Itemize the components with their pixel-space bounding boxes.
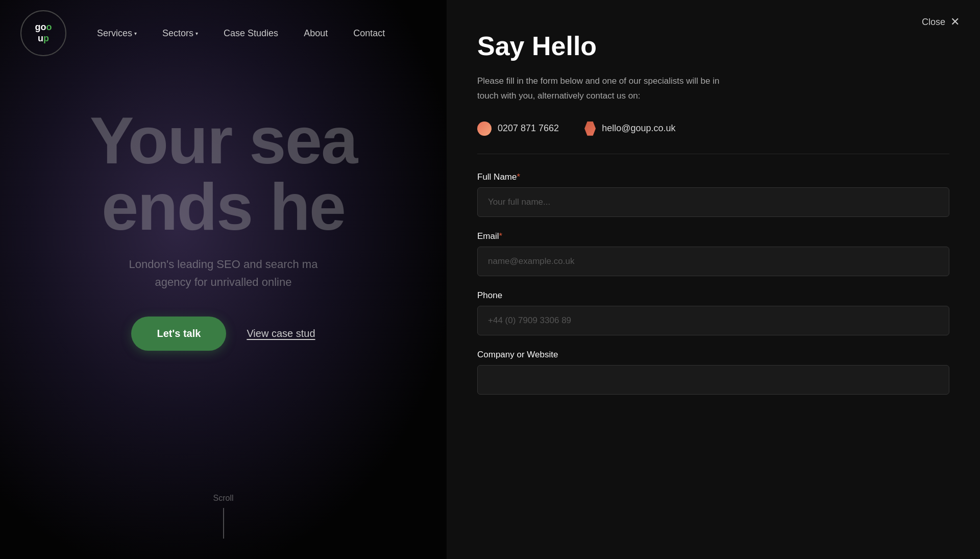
phone-item: 0207 871 7662	[477, 121, 559, 136]
close-label: Close	[922, 17, 945, 28]
phone-label: Phone	[477, 290, 949, 301]
scroll-line	[223, 508, 224, 539]
left-panel: goo up Services ▾ Sectors ▾ Case Studies…	[0, 0, 447, 559]
email-label: Email*	[477, 231, 949, 241]
hero-title-line1: Your sea	[20, 107, 426, 174]
nav-contact[interactable]: Contact	[353, 28, 385, 39]
contact-panel: Close ✕ Say Hello Please fill in the for…	[447, 0, 980, 559]
scroll-label: Scroll	[213, 494, 233, 503]
nav-links: Services ▾ Sectors ▾ Case Studies About …	[97, 28, 385, 39]
contact-info: 0207 871 7662 hello@goup.co.uk	[477, 121, 949, 136]
lets-talk-button[interactable]: Let's talk	[131, 317, 226, 351]
email-input[interactable]	[477, 247, 949, 276]
logo-line2: up	[38, 33, 49, 43]
fullname-group: Full Name*	[477, 172, 949, 217]
email-group: Email*	[477, 231, 949, 276]
email-item: hello@goup.co.uk	[584, 121, 675, 136]
logo[interactable]: goo up	[20, 10, 66, 56]
phone-number[interactable]: 0207 871 7662	[498, 123, 559, 134]
nav-services[interactable]: Services ▾	[97, 28, 137, 39]
fullname-required: *	[517, 172, 520, 182]
email-required: *	[499, 231, 503, 241]
phone-icon	[477, 121, 492, 136]
form-divider	[477, 154, 949, 154]
close-button[interactable]: Close ✕	[922, 15, 960, 29]
navbar: goo up Services ▾ Sectors ▾ Case Studies…	[0, 0, 447, 66]
nav-about[interactable]: About	[304, 28, 328, 39]
fullname-input[interactable]	[477, 187, 949, 217]
panel-description: Please fill in the form below and one of…	[477, 74, 743, 104]
fullname-label: Full Name*	[477, 172, 949, 182]
company-input[interactable]	[477, 365, 949, 395]
nav-sectors[interactable]: Sectors ▾	[162, 28, 198, 39]
sectors-dropdown-arrow: ▾	[195, 31, 198, 36]
nav-case-studies[interactable]: Case Studies	[224, 28, 278, 39]
panel-title: Say Hello	[477, 31, 949, 61]
email-icon	[584, 121, 596, 136]
hero-title-line2: ends he	[20, 174, 426, 240]
hero-buttons: Let's talk View case stud	[0, 317, 447, 351]
services-dropdown-arrow: ▾	[134, 31, 137, 36]
contact-form: Full Name* Email* Phone Company or Websi…	[477, 172, 949, 395]
hero-title: Your sea ends he	[20, 107, 426, 240]
email-address[interactable]: hello@goup.co.uk	[602, 123, 675, 134]
phone-group: Phone	[477, 290, 949, 335]
company-label: Company or Website	[477, 350, 949, 360]
view-case-studies-button[interactable]: View case stud	[247, 328, 315, 339]
logo-text: goo up	[35, 22, 52, 44]
scroll-indicator: Scroll	[213, 494, 233, 539]
hero-subtitle: London's leading SEO and search ma agenc…	[20, 255, 426, 291]
phone-input[interactable]	[477, 306, 949, 335]
close-icon: ✕	[950, 15, 960, 29]
company-group: Company or Website	[477, 350, 949, 395]
logo-line1: go	[35, 22, 46, 32]
hero-section: Your sea ends he London's leading SEO an…	[0, 66, 447, 291]
